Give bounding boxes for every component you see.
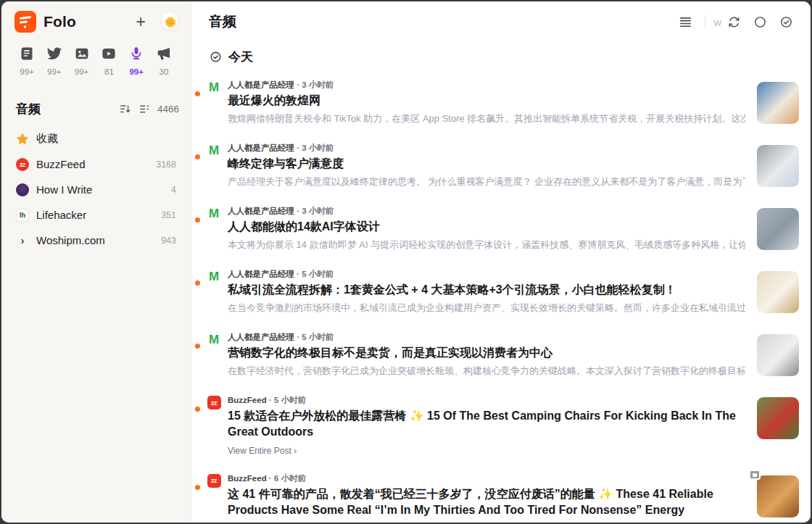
unread-dot (195, 407, 200, 412)
content-type-tab-articles[interactable]: 99+ (14, 46, 39, 76)
microphone-icon (128, 46, 144, 65)
chevron-icon: › (16, 234, 29, 247)
unread-dot (195, 280, 200, 286)
app-name: Folo (44, 13, 76, 30)
article-icon (19, 46, 35, 65)
entry-description: 在当今竞争激烈的市场环境中，私域引流已成为企业构建用户资产、实现长效增长的关键策… (228, 301, 745, 315)
content-type-tabs: 99+ 99+ 99+ 81 99+ 30 (1, 38, 191, 83)
day-section-label: 今天 (228, 49, 253, 65)
sidebar: Folo + 🌼 99+ 99+ 99+ 81 99+ 30 音频 (1, 1, 191, 523)
entry-thumbnail (757, 208, 799, 250)
entry-title: 营销数字化的终极目标不是卖货，而是真正实现以消费者为中心 (228, 345, 745, 361)
feed-name: BuzzFeed (36, 158, 149, 170)
buzzfeed-icon: zz (16, 158, 29, 171)
entry-time: · 6 小时前 (267, 474, 306, 483)
content-type-count: 99+ (47, 67, 62, 76)
content-type-count: 99+ (75, 67, 89, 76)
entry-source: 人人都是产品经理 (228, 270, 294, 278)
sidebar-feed-item-lifehacker[interactable]: lh Lifehacker 351 (7, 202, 185, 228)
unread-circle-icon[interactable] (753, 15, 767, 29)
unread-dot (195, 485, 200, 490)
entry-row[interactable]: zz BuzzFeed · 6 小时前 这 41 件可靠的产品，散发着“我已经三… (191, 465, 799, 523)
entry-time: · 3 小时前 (294, 207, 334, 215)
entry-thumbnail (757, 334, 799, 376)
entry-title: 峰终定律与客户满意度 (228, 156, 745, 172)
entry-row[interactable]: M 人人都是产品经理 · 5 小时前 营销数字化的终极目标不是卖货，而是真正实现… (191, 323, 799, 386)
view-options-icon[interactable] (139, 104, 150, 115)
content-type-count: 30 (160, 67, 169, 76)
entry-list: M 人人都是产品经理 · 3 小时前 最近爆火的敦煌网 敦煌网借特朗普关税令和 … (191, 68, 811, 523)
unread-dot (195, 91, 200, 96)
buzzfeed-feed-icon: zz (207, 474, 221, 488)
content-type-tab-audio[interactable]: 99+ (124, 46, 149, 76)
entry-thumbnail (757, 397, 799, 439)
renren-feed-icon: M (209, 333, 219, 378)
entry-time: · 3 小时前 (294, 144, 334, 152)
folo-logo-icon (14, 11, 36, 33)
renren-feed-icon: M (209, 80, 219, 125)
content-type-tab-notifications[interactable]: 30 (152, 46, 176, 76)
entry-description: 产品经理关于客户满意度以及峰终定律的思考。 为什么重视客户满意度？ 企业存在的意… (228, 175, 745, 188)
entry-feed-icon: M (203, 206, 225, 251)
entry-meta: BuzzFeed · 6 小时前 (228, 473, 745, 484)
mark-all-read-icon[interactable] (779, 15, 793, 29)
entry-time: · 5 小时前 (267, 396, 306, 404)
entry-description: 本文将为你展示 14 款借助即梦 AI 与提示词轻松实现的创意字体设计，涵盖科技… (228, 238, 745, 251)
sort-order-icon[interactable] (120, 104, 130, 115)
entry-thumbnail (757, 82, 799, 124)
entry-row[interactable]: M 人人都是产品经理 · 3 小时前 峰终定律与客户满意度 产品经理关于客户满意… (191, 134, 799, 197)
picture-icon (74, 46, 90, 65)
renren-feed-icon: M (209, 207, 219, 251)
entry-meta: 人人都是产品经理 · 5 小时前 (228, 269, 745, 280)
entry-row[interactable]: zz BuzzFeed · 5 小时前 15 款适合在户外放松的最佳露营椅 ✨ … (191, 386, 799, 464)
entry-source: 人人都是产品经理 (228, 207, 294, 215)
unread-total-count: 4466 (157, 104, 179, 115)
header-divider (705, 15, 705, 28)
content-type-tab-social-media[interactable]: 99+ (42, 46, 67, 76)
list-menu-icon[interactable] (679, 15, 692, 29)
day-section-header: 今天 (191, 37, 811, 68)
entry-thumbnail (757, 145, 799, 187)
content-type-tab-pictures[interactable]: 99+ (70, 46, 94, 76)
refresh-icon[interactable] (727, 15, 741, 29)
check-circle-icon[interactable] (210, 51, 222, 63)
entry-title: 人人都能做的14款AI字体设计 (228, 219, 745, 235)
shortcut-hint: w (713, 16, 721, 28)
gallery-badge-icon (749, 470, 761, 480)
entry-pane-header: 音频 w (191, 1, 811, 37)
content-type-tab-videos[interactable]: 81 (96, 46, 121, 76)
unread-dot (195, 344, 200, 349)
sidebar-section-title: 音频 (16, 101, 41, 117)
entry-meta: 人人都是产品经理 · 3 小时前 (228, 143, 745, 154)
user-avatar[interactable]: 🌼 (160, 12, 181, 32)
entry-row[interactable]: M 人人都是产品经理 · 3 小时前 最近爆火的敦煌网 敦煌网借特朗普关税令和 … (191, 71, 799, 134)
view-entire-post-link[interactable]: View Entire Post › (228, 446, 745, 456)
megaphone-icon (156, 46, 172, 65)
lifehacker-icon: lh (16, 209, 29, 222)
page-title: 音频 (209, 12, 236, 31)
entry-description: 敦煌网借特朗普关税令和 TikTok 助力，在美区 App Store 排名飙升… (228, 112, 745, 125)
feed-unread-count: 943 (161, 236, 176, 246)
unread-dot (195, 154, 200, 159)
buzzfeed-feed-icon: zz (207, 396, 221, 409)
video-icon (101, 46, 117, 65)
entry-source: 人人都是产品经理 (228, 144, 294, 152)
sidebar-feed-item-buzzfeed[interactable]: zz BuzzFeed 3168 (7, 151, 185, 177)
sidebar-header: Folo + 🌼 (1, 1, 191, 38)
entry-title: 这 41 件可靠的产品，散发着“我已经三十多岁了，没空应付废话”的能量 ✨ Th… (228, 486, 745, 518)
entry-row[interactable]: M 人人都是产品经理 · 5 小时前 私域引流全流程拆解：1套黄金公式 + 4 … (191, 260, 799, 323)
entry-title: 15 款适合在户外放松的最佳露营椅 ✨ 15 Of The Best Campi… (228, 408, 745, 440)
entry-meta: 人人都是产品经理 · 3 小时前 (228, 80, 745, 91)
sidebar-feed-item-woshipm-com[interactable]: › Woshipm.com 943 (7, 228, 185, 253)
entry-row[interactable]: M 人人都是产品经理 · 3 小时前 人人都能做的14款AI字体设计 本文将为你… (191, 197, 799, 260)
sidebar-feed-item-how-i-write[interactable]: How I Write 4 (7, 177, 185, 202)
star-icon (16, 133, 29, 146)
entry-meta: 人人都是产品经理 · 5 小时前 (228, 332, 745, 343)
sidebar-feed-item-[interactable]: 收藏 (7, 126, 185, 151)
entry-source: 人人都是产品经理 (228, 333, 294, 341)
add-feed-button[interactable]: + (132, 12, 150, 32)
sidebar-section-header: 音频 4466 (1, 83, 191, 122)
unread-dot (195, 217, 200, 223)
entry-time: · 5 小时前 (294, 333, 334, 341)
feed-name: 收藏 (36, 132, 169, 146)
